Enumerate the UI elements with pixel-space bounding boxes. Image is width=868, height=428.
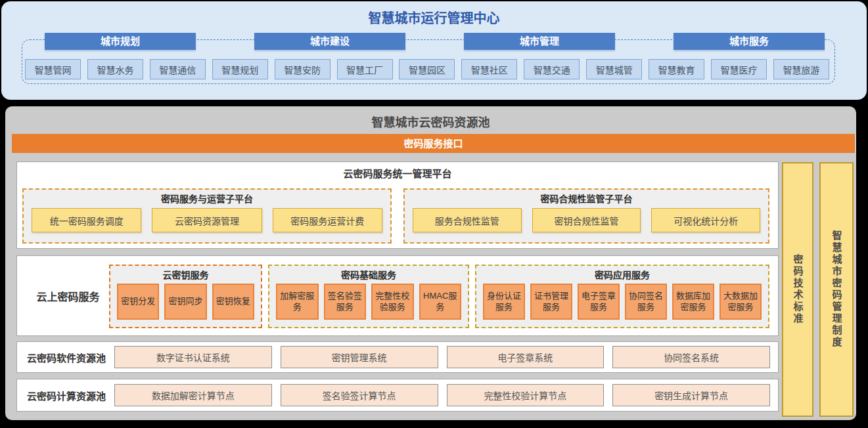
compute-node-item: 签名验签计算节点 (281, 384, 438, 406)
app-box: 智慧安防 (275, 59, 331, 79)
crypto-application-service-title: 密码应用服务 (476, 268, 768, 281)
app-box: 智慧交通 (524, 59, 580, 79)
crypto-software-pool-items: 数字证书认证系统 密钥管理系统 电子签章系统 协同签名系统 (114, 342, 770, 372)
smart-apps-row: 智慧管网 智慧水务 智慧通信 智慧规划 智慧安防 智慧工厂 智慧园区 智慧社区 … (25, 59, 829, 81)
service-item: 数据库加密服务 (672, 284, 714, 320)
compliance-supervision-subplatform: 密码合规性监管子平台 服务合规性监管 密钥合规性监管 可视化统计分析 (403, 188, 769, 244)
app-box: 智慧城管 (586, 59, 642, 79)
crypto-software-pool-box: 云密码软件资源池 数字证书认证系统 密钥管理系统 电子签章系统 协同签名系统 (16, 341, 779, 373)
service-item: 电子签章服务 (578, 284, 620, 320)
service-item: HMAC服务 (419, 284, 462, 320)
app-box: 智慧管网 (25, 59, 81, 79)
crypto-application-service-group: 密码应用服务 身份认证服务 证书管理服务 电子签章服务 协同签名服务 数据库加密… (475, 265, 769, 328)
service-item: 完整性校验服务 (371, 284, 414, 320)
app-box: 智慧园区 (399, 59, 455, 79)
service-item: 密钥分发 (117, 284, 159, 320)
subplatform-item: 云密码资源管理 (152, 208, 262, 232)
category-city-service: 城市服务 (674, 33, 825, 50)
service-operation-subplatform: 密码服务与运营子平台 统一密码服务调度 云密码资源管理 密码服务运营计费 (22, 188, 392, 244)
category-city-construction: 城市建设 (254, 33, 405, 50)
crypto-compute-pool-items: 数据加解密计算节点 签名验签计算节点 完整性校验计算节点 密钥生成计算节点 (114, 379, 770, 411)
app-box: 智慧水务 (87, 59, 143, 79)
software-system-item: 数字证书认证系统 (114, 346, 272, 368)
app-box: 智慧社区 (461, 59, 517, 79)
category-city-planning: 城市规划 (45, 33, 196, 50)
crypto-basic-service-title: 密码基础服务 (269, 268, 468, 281)
app-box: 智慧通信 (150, 59, 206, 79)
service-item: 签名验签服务 (324, 284, 367, 320)
service-item: 密钥同步 (164, 284, 206, 320)
cloud-crypto-services-label: 云上密码服务 (27, 256, 109, 335)
subplatform-item: 服务合规性监管 (413, 208, 522, 232)
service-item: 身份认证服务 (483, 284, 525, 320)
crypto-compute-pool-box: 云密码计算资源池 数据加解密计算节点 签名验签计算节点 完整性校验计算节点 密钥… (16, 379, 779, 412)
compute-node-item: 密钥生成计算节点 (612, 384, 770, 406)
service-item: 协同签名服务 (625, 284, 667, 320)
unified-management-platform-title: 云密码服务统一管理平台 (17, 166, 778, 180)
crypto-basic-service-group: 密码基础服务 加解密服务 签名验签服务 完整性校验服务 HMAC服务 (268, 265, 469, 328)
service-item: 加解密服务 (276, 284, 319, 320)
software-system-item: 协同签名系统 (612, 346, 770, 368)
subplatform-item: 统一密码服务调度 (32, 208, 141, 232)
compliance-supervision-items: 服务合规性监管 密钥合规性监管 可视化统计分析 (405, 205, 768, 232)
service-item: 大数据加密服务 (720, 284, 762, 320)
compliance-supervision-subplatform-title: 密码合规性监管子平台 (405, 192, 768, 205)
service-item: 证书管理服务 (530, 284, 572, 320)
service-operation-items: 统一密码服务调度 云密码资源管理 密码服务运营计费 (24, 205, 390, 232)
city-operation-center-panel: 智慧城市运行管理中心 城市规划 城市建设 城市管理 城市服务 智慧管网 智慧水务… (1, 1, 867, 100)
crypto-tech-standards-bar: 密码技术标准 (782, 162, 813, 417)
subplatform-item: 密钥合规性监管 (532, 208, 641, 232)
compute-node-item: 数据加解密计算节点 (114, 384, 272, 406)
app-box: 智慧教育 (649, 59, 704, 79)
crypto-basic-service-items: 加解密服务 签名验签服务 完整性校验服务 HMAC服务 (269, 281, 468, 320)
crypto-application-service-items: 身份认证服务 证书管理服务 电子签章服务 协同签名服务 数据库加密服务 大数据加… (476, 281, 768, 320)
app-box: 智慧医疗 (711, 59, 767, 79)
app-box: 智慧规划 (212, 59, 268, 79)
app-box: 智慧旅游 (773, 59, 829, 79)
cloud-key-service-title: 云密钥服务 (110, 268, 261, 281)
software-system-item: 密钥管理系统 (281, 346, 438, 368)
subplatform-item: 可视化统计分析 (651, 208, 760, 232)
software-system-item: 电子签章系统 (447, 346, 605, 368)
service-item: 密钥恢复 (212, 284, 254, 320)
crypto-resource-pool-title: 智慧城市云密码资源池 (5, 113, 856, 130)
cloud-key-service-items: 密钥分发 密钥同步 密钥恢复 (110, 281, 261, 320)
cloud-crypto-services-box: 云上密码服务 云密钥服务 密钥分发 密钥同步 密钥恢复 密码基础服务 加解密服务… (16, 255, 779, 336)
app-box: 智慧工厂 (337, 59, 393, 79)
crypto-management-system-bar: 智慧城市密码管理制度 (819, 162, 854, 417)
service-operation-subplatform-title: 密码服务与运营子平台 (24, 192, 390, 205)
subplatform-item: 密码服务运营计费 (273, 208, 382, 232)
category-city-management: 城市管理 (464, 33, 615, 50)
crypto-service-interface-bar: 密码服务接口 (12, 134, 855, 153)
architecture-diagram: 智慧城市运行管理中心 城市规划 城市建设 城市管理 城市服务 智慧管网 智慧水务… (0, 0, 868, 428)
crypto-compute-pool-label: 云密码计算资源池 (27, 379, 119, 411)
crypto-resource-pool-panel: 智慧城市云密码资源池 密码服务接口 云密码服务统一管理平台 密码服务与运营子平台… (5, 106, 856, 420)
cloud-key-service-group: 云密钥服务 密钥分发 密钥同步 密钥恢复 (109, 265, 262, 328)
compute-node-item: 完整性校验计算节点 (447, 384, 605, 406)
crypto-software-pool-label: 云密码软件资源池 (27, 342, 119, 372)
unified-management-platform: 云密码服务统一管理平台 密码服务与运营子平台 统一密码服务调度 云密码资源管理 … (16, 161, 779, 249)
city-operation-center-title: 智慧城市运行管理中心 (1, 8, 867, 27)
